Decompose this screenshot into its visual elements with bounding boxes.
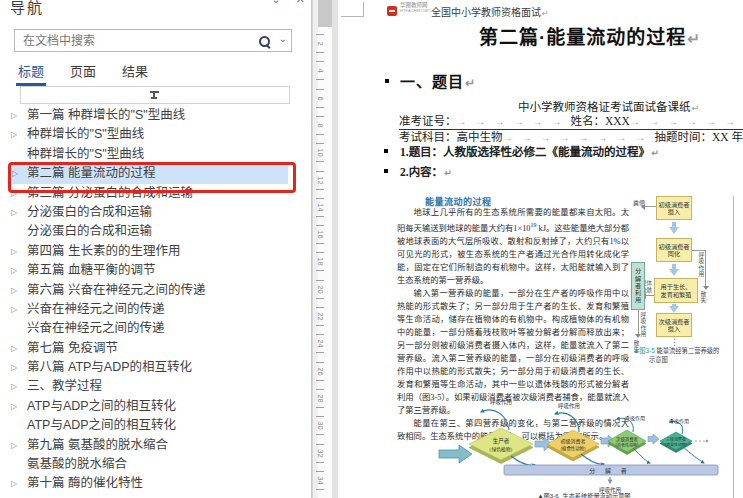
fig35-box-intake2: 次级消费者摄入 (656, 313, 692, 337)
nav-item[interactable]: ▷第六篇 兴奋在神经元之间的传递 (0, 281, 310, 300)
nav-item[interactable]: ▷兴奋在神经元之间的传递 (0, 300, 310, 319)
excerpt-paragraph-1: 地球上几乎所有的生态系统所需要的能量都来自太阳。太阳每天输送到地球的能量大约有1… (397, 206, 629, 287)
input-arrow-icon (439, 445, 472, 463)
expand-arrow-icon[interactable]: ▷ (11, 203, 17, 222)
expand-arrow-icon[interactable]: ▷ (11, 397, 17, 416)
tab-marks: →→→→→→ (457, 116, 571, 127)
draw-time-label: 抽题时间：XX 年 XX 月 XX 日 (655, 131, 743, 143)
expand-arrow-icon[interactable]: ▷ (11, 242, 17, 261)
fig35-box-decomposer: 分解者利用 (631, 262, 645, 310)
nav-item[interactable]: ▷ATP与ADP之间的相互转化 (0, 397, 310, 416)
figure-3-5-flowchart: 粪便 初级消费者摄入 初级消费者同化 呼吸作用 散失 用于生长、发育和繁殖 遗体… (631, 194, 743, 376)
nav-pane-title: 导航 (10, 0, 44, 17)
nav-tabs: 标题页面结果 (16, 59, 172, 86)
nav-item-label: 第十篇 酶的催化特性 (27, 476, 143, 490)
search-input[interactable] (15, 30, 253, 51)
list-bullet (384, 149, 388, 153)
expand-arrow-icon[interactable]: ▷ (12, 164, 18, 183)
nav-item[interactable]: 氨基酸的脱水缩合 (0, 455, 310, 474)
expand-arrow-icon[interactable]: ▷ (11, 474, 17, 493)
nav-item[interactable]: ▷第八篇 ATP与ADP的相互转化 (0, 358, 310, 377)
arrow-down-icon (669, 304, 679, 313)
fig36-caption: ▲图3-6 生态系统能量流动示意图 (537, 492, 630, 498)
paragraph-mark: ↵ (651, 148, 659, 158)
expand-arrow-icon[interactable]: ▷ (11, 125, 17, 144)
nav-item-label: 第四篇 生长素的的生理作用 (27, 244, 180, 258)
nav-empty-heading[interactable] (20, 86, 290, 104)
tab-marks: →→→→→→→→ (503, 132, 655, 143)
fig35-caption-line2: 示意图 (649, 355, 668, 364)
arrow-down-icon (703, 286, 709, 290)
chevron-down-icon[interactable]: ⌄ (272, 0, 281, 5)
nav-item[interactable]: 种群增长的"S"型曲线 (0, 145, 310, 164)
tab-pages[interactable]: 页面 (68, 59, 98, 86)
nav-pane-controls: ⌄ ✕ (260, 0, 306, 6)
nav-item-label: 第七篇 免疫调节 (27, 341, 118, 355)
exam-info-line2: 考试科目：高中生物→→→→→→→→抽题时间：XX 年 XX 月 XX 日 (399, 128, 743, 144)
nav-item[interactable]: ATP与ADP之间的相互转化 (0, 416, 310, 435)
nav-item[interactable]: ▷三、教学过程 (0, 377, 310, 396)
expand-arrow-icon[interactable]: ▷ (11, 300, 17, 319)
nav-item-label: ATP与ADP之间的相互转化 (27, 418, 176, 432)
fig35-caption: ▲图3-5 能量流经第二营养级的 (633, 346, 719, 355)
tab-headings[interactable]: 标题 (16, 59, 46, 86)
loss-label: 散失 (699, 291, 708, 304)
admission-no-label: 准考证号： (399, 115, 457, 127)
figure-3-6-diagram: 生产者 （绿色植物） 初级消费者 （植食性动物） 次级消费者 （肉食性动物） 三… (379, 394, 743, 498)
paragraph-mark: ↵ (465, 76, 476, 90)
search-box[interactable]: ⌄ (14, 29, 292, 52)
expand-arrow-icon[interactable]: ▷ (11, 436, 17, 455)
paragraph-mark: ↵ (542, 9, 549, 18)
nav-item[interactable]: 兴奋在神经元之间的传递 (0, 319, 310, 338)
nav-item-label: 分泌蛋白的合成和运输 (27, 224, 152, 238)
nav-item[interactable]: ▷第一篇 种群增长的"S"型曲线 (0, 106, 310, 125)
expand-arrow-icon[interactable]: ▷ (11, 261, 17, 280)
tab-marks: →→→→→→ (630, 116, 743, 127)
nav-item[interactable]: ▷第三篇 分泌蛋白的合成和运输 (0, 184, 310, 203)
nav-item[interactable]: ▷种群增长的"S"型曲线 (0, 125, 310, 144)
header-margin-mark (341, 2, 364, 17)
svg-text:呼吸作用: 呼吸作用 (669, 418, 689, 425)
nav-item[interactable]: ▷第五篇 血糖平衡的调节 (0, 261, 310, 280)
nav-item[interactable]: ▷分泌蛋白的合成和运输 (0, 203, 310, 222)
list-bullet (385, 79, 389, 83)
svg-text:（绿色植物）: （绿色植物） (487, 446, 516, 453)
nav-item[interactable]: ▷第九篇 氨基酸的脱水缩合 (0, 436, 310, 455)
nav-item[interactable]: ▷第四篇 生长素的的生理作用 (0, 242, 310, 261)
page-header-text: 全国中小学教师资格面试↵ (431, 4, 549, 19)
svg-text:呼吸作用: 呼吸作用 (490, 398, 512, 406)
nav-item[interactable]: 分泌蛋白的合成和运输 (0, 222, 310, 241)
svg-text:（肉食性动物）: （肉食性动物） (663, 442, 690, 447)
nav-item[interactable]: ▷第七篇 免疫调节 (0, 339, 310, 358)
nav-item[interactable]: ▷第二篇 能量流动的过程 (12, 164, 288, 183)
subject-label: 考试科目：高中生物 (399, 131, 503, 143)
respiration-label: 呼吸作用 (697, 252, 706, 277)
tab-results[interactable]: 结果 (120, 59, 150, 86)
expand-arrow-icon[interactable]: ▷ (11, 184, 17, 203)
doc-title: 第二篇·能量流动的过程↵ (479, 22, 701, 49)
nav-item-label: 种群增长的"S"型曲线 (27, 127, 144, 141)
nav-item-label: 分泌蛋白的合成和运输 (27, 205, 152, 219)
expand-arrow-icon[interactable]: ▷ (11, 281, 17, 300)
flow-arrow-icon (648, 434, 659, 444)
nav-item-label: 氨基酸的脱水缩合 (27, 457, 127, 471)
content-item: 2.内容：↵ (400, 163, 452, 179)
question-item: 1.题目：人教版选择性必修二《能量流动的过程》↵ (400, 143, 659, 159)
nav-item[interactable]: ▷第十篇 酶的催化特性 (0, 474, 310, 493)
expand-arrow-icon[interactable]: ▷ (11, 106, 17, 125)
search-options-chevron-icon[interactable]: ⌄ (279, 33, 287, 44)
producer-diamond (469, 428, 533, 460)
close-icon[interactable]: ✕ (296, 0, 305, 5)
nav-item-label: 第九篇 氨基酸的脱水缩合 (27, 438, 168, 452)
search-icon[interactable] (257, 34, 271, 48)
expand-arrow-icon[interactable]: ▷ (11, 339, 17, 358)
nav-item-label: 种群增长的"S"型曲线 (27, 147, 144, 161)
word-window: 导航 ⌄ ✕ ⌄ 标题页面结果 ▷第一篇 种群增长的"S"型曲线▷种群增长的"S… (0, 0, 743, 498)
svg-text:初级消费者: 初级消费者 (560, 438, 585, 445)
nav-heading-list: ▷第一篇 种群增长的"S"型曲线▷种群增长的"S"型曲线种群增长的"S"型曲线▷… (0, 106, 310, 494)
expand-arrow-icon[interactable]: ▷ (11, 358, 17, 377)
nav-item-label: 第八篇 ATP与ADP的相互转化 (27, 360, 192, 374)
expand-arrow-icon[interactable]: ▷ (11, 377, 17, 396)
list-bullet (384, 169, 388, 173)
vertical-ruler: 24681012141618202224262830323436 (312, 0, 332, 498)
